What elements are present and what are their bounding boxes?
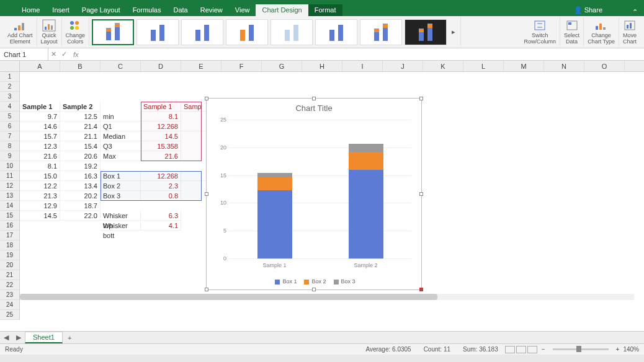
cell[interactable]: 12.5 <box>60 112 101 121</box>
col-header-L[interactable]: L <box>463 61 504 71</box>
cell[interactable]: 14.6 <box>20 121 60 131</box>
sheet-tab-1[interactable]: Sheet1 <box>25 332 63 343</box>
col-header-C[interactable]: C <box>101 61 141 71</box>
quick-layout-button[interactable]: Quick Layout <box>37 17 62 46</box>
col-header-M[interactable]: M <box>504 61 544 71</box>
name-box[interactable]: Chart 1 <box>0 48 48 60</box>
chart-style-1[interactable] <box>92 19 134 45</box>
chart-style-3[interactable] <box>181 19 223 45</box>
chart-bar-sample-2[interactable] <box>349 144 383 258</box>
row-header-3[interactable]: 3 <box>0 92 19 102</box>
row-header-18[interactable]: 18 <box>0 241 19 250</box>
chart-style-6[interactable] <box>315 19 357 45</box>
zoom-in-button[interactable]: + <box>616 346 620 353</box>
row-header-23[interactable]: 23 <box>0 290 19 300</box>
tab-chart-design[interactable]: Chart Design <box>256 4 308 16</box>
cell[interactable]: 16.3 <box>60 171 101 181</box>
chart-style-7[interactable] <box>360 19 402 45</box>
chart-style-more[interactable]: ▸ <box>449 19 458 45</box>
cell[interactable]: 21.6 <box>20 151 60 161</box>
chart-style-5[interactable] <box>271 19 313 45</box>
tab-data[interactable]: Data <box>167 4 194 16</box>
col-header-B[interactable]: B <box>60 61 101 71</box>
cell[interactable]: Q3 <box>101 141 141 151</box>
cell[interactable]: 13.4 <box>60 181 101 191</box>
cell[interactable]: 21.1 <box>60 131 101 141</box>
cell[interactable]: 22.0 <box>60 211 101 221</box>
share-button[interactable]: 👤 Share <box>569 4 607 16</box>
row-header-20[interactable]: 20 <box>0 260 19 270</box>
switch-row-column-button[interactable]: Switch Row/Column <box>521 17 561 46</box>
cell[interactable]: Whisker bott <box>101 221 141 231</box>
horizontal-scrollbar[interactable] <box>20 294 634 300</box>
tab-review[interactable]: Review <box>194 4 229 16</box>
zoom-out-button[interactable]: − <box>542 346 545 353</box>
cell[interactable]: 12.2 <box>20 181 60 191</box>
row-header-21[interactable]: 21 <box>0 270 19 280</box>
chart-style-4[interactable] <box>226 19 268 45</box>
col-header-K[interactable]: K <box>423 61 463 71</box>
row-header-17[interactable]: 17 <box>0 231 19 241</box>
add-chart-element-button[interactable]: Add Chart Element <box>4 17 37 46</box>
cell[interactable]: 14.5 <box>20 211 60 221</box>
zoom-slider[interactable] <box>553 348 609 350</box>
col-header-I[interactable]: I <box>342 61 383 71</box>
row-header-12[interactable]: 12 <box>0 181 19 191</box>
sheet-nav-prev[interactable]: ◀ <box>0 333 12 342</box>
row-header-15[interactable]: 15 <box>0 211 19 221</box>
chart-legend[interactable]: Box 1Box 2Box 3 <box>207 278 421 285</box>
col-header-A[interactable]: A <box>20 61 60 71</box>
row-header-7[interactable]: 7 <box>0 131 19 141</box>
row-header-22[interactable]: 22 <box>0 280 19 290</box>
row-header-24[interactable]: 24 <box>0 300 19 310</box>
cell[interactable]: 8.1 <box>20 161 60 171</box>
cell[interactable]: 15.0 <box>20 171 60 181</box>
cell[interactable]: 21.3 <box>20 191 60 201</box>
row-header-14[interactable]: 14 <box>0 201 19 211</box>
tab-formulas[interactable]: Formulas <box>127 4 168 16</box>
cell[interactable]: Sample 2 <box>60 102 101 112</box>
row-header-16[interactable]: 16 <box>0 221 19 231</box>
cell[interactable]: 15.7 <box>20 131 60 141</box>
tab-home[interactable]: Home <box>16 4 46 16</box>
view-normal-button[interactable] <box>505 346 515 353</box>
col-header-H[interactable]: H <box>302 61 342 71</box>
cell[interactable]: 19.2 <box>60 161 101 171</box>
select-data-button[interactable]: Select Data <box>560 17 584 46</box>
col-header-J[interactable]: J <box>383 61 423 71</box>
cell[interactable]: 4.1 <box>141 221 181 231</box>
cell[interactable]: 18.7 <box>60 201 101 211</box>
row-header-8[interactable]: 8 <box>0 141 19 151</box>
chart-bar-sample-1[interactable] <box>257 173 292 258</box>
change-chart-type-button[interactable]: Change Chart Type <box>584 17 619 46</box>
cell[interactable]: Max <box>101 151 141 161</box>
formula-enter-icon[interactable]: ✓ <box>59 50 69 58</box>
cell[interactable]: 15.4 <box>60 141 101 151</box>
row-header-13[interactable]: 13 <box>0 191 19 201</box>
formula-cancel-icon[interactable]: ✕ <box>48 50 59 58</box>
row-header-19[interactable]: 19 <box>0 250 19 260</box>
chart-style-8[interactable] <box>405 19 447 45</box>
col-header-D[interactable]: D <box>141 61 181 71</box>
row-header-25[interactable]: 25 <box>0 310 19 320</box>
col-header-G[interactable]: G <box>262 61 302 71</box>
col-header-O[interactable]: O <box>584 61 625 71</box>
row-header-9[interactable]: 9 <box>0 151 19 161</box>
cell[interactable]: Sample 1 <box>20 102 60 112</box>
cell[interactable]: 20.2 <box>60 191 101 201</box>
cell[interactable]: 9.7 <box>20 112 60 121</box>
row-header-6[interactable]: 6 <box>0 121 19 131</box>
cell[interactable]: 12.3 <box>20 141 60 151</box>
zoom-level[interactable]: 140% <box>623 346 639 353</box>
cell[interactable]: 21.4 <box>60 121 101 131</box>
chart-style-2[interactable] <box>136 19 179 45</box>
chart-plot-area[interactable]: 0510152025 Sample 1Sample 2 <box>229 120 411 258</box>
row-header-5[interactable]: 5 <box>0 112 19 121</box>
tab-insert[interactable]: Insert <box>46 4 76 16</box>
row-header-11[interactable]: 11 <box>0 171 19 181</box>
cell[interactable]: Q1 <box>101 121 141 131</box>
chart-title[interactable]: Chart Title <box>207 99 421 115</box>
cell[interactable]: 20.6 <box>60 151 101 161</box>
tab-view[interactable]: View <box>229 4 256 16</box>
add-sheet-button[interactable]: + <box>63 334 76 342</box>
